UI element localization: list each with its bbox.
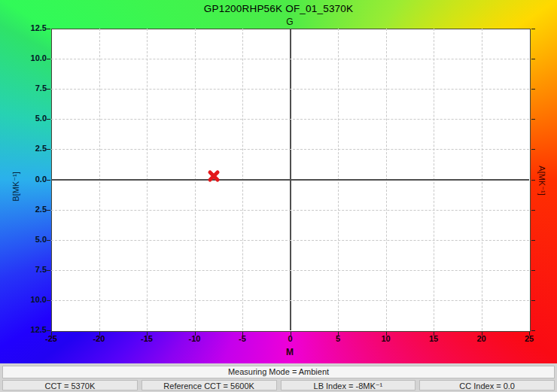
y-tick-mark-right [531, 59, 535, 59]
x-tick-label: -5 [227, 334, 257, 343]
y-zero-axis [51, 179, 529, 181]
y-tick-mark-left [47, 270, 50, 271]
y-tick-mark-left [47, 119, 50, 120]
bottom-axis-label-m: M [286, 347, 294, 357]
color-meter-chart-screen: GP1200RHP56K OF_01_5370K G B[MK⁻¹] A[MK⁻… [0, 0, 557, 392]
plot-area [51, 29, 531, 332]
y-tick-mark-right [531, 180, 535, 181]
gridline-y--5 [51, 240, 529, 241]
y-tick-label: 5.0 [0, 235, 47, 244]
y-tick-mark-left [47, 180, 50, 181]
y-tick-mark-left [47, 149, 50, 150]
lb-index-cell: LB Index = -8MK⁻¹ [281, 380, 416, 390]
x-tick-label: 10 [371, 334, 401, 343]
x-tick-label: -15 [132, 334, 162, 343]
gridline-y-7.5 [51, 89, 529, 90]
result-cell-row: CCT = 5370K Reference CCT = 5600K LB Ind… [2, 380, 555, 390]
y-tick-mark-right [531, 300, 535, 301]
gridline-y--2.5 [51, 210, 529, 211]
x-tick-label: -10 [180, 334, 210, 343]
y-tick-mark-right [531, 89, 535, 90]
reference-cct-cell: Reference CCT = 5600K [142, 380, 277, 390]
y-tick-mark-left [47, 29, 50, 29]
y-tick-mark-left [47, 210, 50, 211]
y-tick-label: 5.0 [0, 114, 47, 123]
x-tick-label: 0 [275, 334, 306, 343]
y-tick-mark-left [47, 59, 50, 59]
y-tick-mark-right [531, 330, 535, 331]
y-tick-label: 7.5 [0, 265, 47, 274]
measuring-mode-bar: Measuring Mode = Ambient [2, 366, 555, 378]
footer-info-bars: Measuring Mode = Ambient CCT = 5370K Ref… [0, 363, 557, 392]
y-tick-mark-left [47, 89, 50, 90]
y-tick-label: 12.5 [0, 325, 47, 334]
y-tick-mark-left [47, 300, 50, 301]
gridline-y-10 [51, 59, 529, 59]
gridline-y--10 [51, 300, 529, 301]
cc-index-cell: CC Index = 0.0 [419, 380, 555, 390]
y-tick-label: 0.0 [0, 175, 47, 184]
cct-cell: CCT = 5370K [2, 380, 138, 390]
chart-title: GP1200RHP56K OF_01_5370K [0, 3, 557, 14]
gridline-y-2.5 [51, 149, 529, 150]
x-tick-label: -20 [84, 334, 114, 343]
x-tick-label: 20 [467, 334, 497, 343]
y-tick-mark-right [531, 210, 535, 211]
y-tick-label: 2.5 [0, 144, 47, 153]
x-tick-label: 25 [514, 334, 544, 343]
y-tick-mark-right [531, 149, 535, 150]
y-tick-label: 7.5 [0, 84, 47, 93]
y-tick-mark-right [531, 119, 535, 120]
gridline-y--7.5 [51, 270, 529, 271]
y-tick-mark-left [47, 330, 50, 331]
x-marker-icon [207, 169, 221, 183]
x-tick-label: 5 [323, 334, 353, 343]
gridline-y-5 [51, 119, 529, 120]
right-axis-label-a: A[MK⁻¹] [537, 166, 546, 195]
y-tick-label: 12.5 [0, 23, 47, 32]
top-axis-label-g: G [286, 17, 293, 27]
y-tick-label: 10.0 [0, 53, 47, 62]
y-tick-label: 10.0 [0, 295, 47, 304]
x-tick-label: 15 [419, 334, 449, 343]
x-tick-label: -25 [36, 334, 66, 343]
measurement-marker [207, 169, 221, 183]
y-tick-label: 2.5 [0, 205, 47, 214]
y-tick-mark-left [47, 240, 50, 241]
y-tick-mark-right [531, 29, 535, 29]
y-tick-mark-right [531, 240, 535, 241]
y-tick-mark-right [531, 270, 535, 271]
